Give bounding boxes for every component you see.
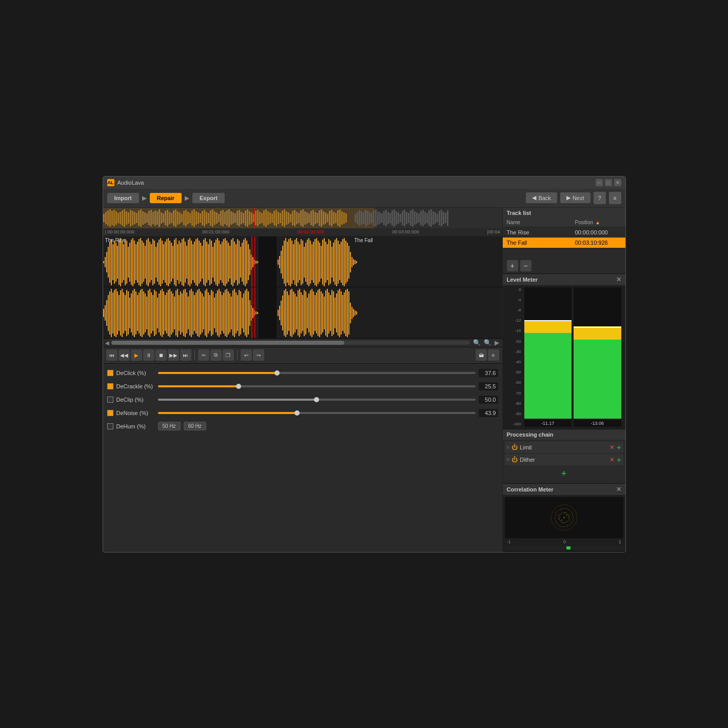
- svg-rect-375: [182, 293, 183, 332]
- declip-checkbox[interactable]: [107, 397, 113, 403]
- svg-rect-155: [422, 210, 424, 226]
- svg-rect-430: [284, 290, 285, 336]
- declip-thumb[interactable]: [314, 397, 319, 402]
- transport-skip-start[interactable]: ⏮: [106, 349, 117, 361]
- svg-rect-248: [226, 241, 227, 284]
- svg-rect-17: [134, 212, 135, 224]
- svg-rect-370: [174, 297, 175, 329]
- svg-rect-454: [321, 291, 322, 335]
- svg-rect-388: [202, 293, 203, 332]
- svg-rect-322: [356, 261, 357, 263]
- svg-rect-91: [286, 211, 287, 225]
- scrollbar-track[interactable]: [111, 341, 470, 345]
- denoise-slider[interactable]: [158, 410, 476, 416]
- svg-point-487: [558, 518, 559, 519]
- repair-tab[interactable]: Repair: [150, 193, 182, 203]
- svg-rect-449: [313, 291, 314, 335]
- chain-power-dither[interactable]: ⏻: [511, 456, 518, 463]
- decrackle-thumb[interactable]: [236, 384, 241, 389]
- svg-rect-64: [230, 211, 232, 225]
- decrackle-checkbox[interactable]: [107, 383, 113, 389]
- transport-redo[interactable]: ↪: [253, 349, 264, 361]
- transport-rewind[interactable]: ◀◀: [119, 349, 130, 361]
- minimize-button[interactable]: ─: [596, 179, 603, 186]
- svg-rect-230: [199, 241, 200, 284]
- svg-rect-362: [162, 289, 163, 337]
- transport-play[interactable]: ▶: [131, 349, 142, 361]
- denoise-thumb[interactable]: [294, 410, 300, 416]
- track-2[interactable]: [103, 287, 502, 339]
- track-list-row-fall[interactable]: The Fall 00:03:10:926: [503, 238, 625, 248]
- freq-50hz-button[interactable]: 50 Hz: [158, 422, 181, 430]
- level-yellow-l: [524, 320, 572, 333]
- level-yellow-r: [574, 326, 621, 340]
- import-tab[interactable]: Import: [107, 193, 139, 203]
- svg-rect-125: [361, 211, 362, 225]
- transport-skip-end[interactable]: ⏭: [180, 349, 191, 361]
- svg-rect-393: [209, 295, 210, 331]
- svg-rect-50: [202, 211, 203, 225]
- chain-drag-handle-dither[interactable]: ≡: [507, 457, 510, 462]
- chain-drag-handle-limit[interactable]: ≡: [507, 444, 510, 450]
- help-button[interactable]: ?: [594, 192, 606, 204]
- declip-slider[interactable]: [158, 397, 476, 403]
- svg-rect-147: [406, 212, 407, 224]
- declick-checkbox[interactable]: [107, 370, 113, 376]
- svg-rect-397: [215, 293, 217, 332]
- transport-pause[interactable]: ⏸: [143, 349, 154, 361]
- correlation-meter-close[interactable]: ✕: [616, 486, 621, 493]
- zoom-out-button[interactable]: 🔍: [483, 339, 493, 346]
- transport-view-wave[interactable]: 🏔: [476, 349, 487, 361]
- freq-60hz-button[interactable]: 60 Hz: [184, 422, 206, 430]
- back-button[interactable]: ◀ Back: [526, 192, 557, 203]
- chain-add-new-button[interactable]: +: [561, 468, 567, 479]
- svg-rect-385: [197, 290, 198, 336]
- processing-chain-body: ≡ ⏻ Limit ✕ + ≡ ⏻ Dither ✕ + +: [503, 440, 625, 483]
- track-remove-button[interactable]: −: [520, 260, 532, 271]
- decrackle-slider[interactable]: [158, 383, 476, 389]
- transport-fast-forward[interactable]: ▶▶: [168, 349, 179, 361]
- zoom-fit-button[interactable]: ▶: [494, 339, 500, 346]
- svg-rect-173: [111, 239, 112, 285]
- svg-rect-316: [347, 243, 348, 282]
- export-tab[interactable]: Export: [192, 193, 225, 203]
- dehum-checkbox[interactable]: [107, 423, 113, 429]
- transport-view-list[interactable]: ≡: [488, 349, 499, 361]
- chain-add-dither[interactable]: +: [617, 456, 621, 464]
- maximize-button[interactable]: □: [605, 179, 612, 186]
- close-button[interactable]: ✕: [614, 179, 621, 186]
- level-meter-close[interactable]: ✕: [616, 276, 621, 283]
- chain-remove-dither[interactable]: ✕: [609, 456, 615, 463]
- chain-remove-limit[interactable]: ✕: [609, 444, 615, 451]
- chain-power-limit[interactable]: ⏻: [511, 444, 518, 451]
- scrollbar-thumb[interactable]: [111, 341, 344, 345]
- scroll-left-arrow[interactable]: ◀: [105, 340, 109, 346]
- next-button[interactable]: ▶ Next: [560, 192, 591, 203]
- track-area[interactable]: The Rise The Fall: [103, 237, 502, 339]
- transport-undo[interactable]: ↩: [241, 349, 252, 361]
- zoom-in-button[interactable]: 🔍: [472, 339, 482, 346]
- svg-rect-193: [142, 241, 143, 284]
- svg-rect-453: [319, 289, 320, 337]
- track-list-row-rise[interactable]: The Rise 00:00:00:000: [503, 227, 625, 238]
- svg-rect-325: [105, 305, 106, 321]
- chain-add-limit[interactable]: +: [617, 443, 621, 451]
- transport-stop[interactable]: ⏹: [155, 349, 167, 361]
- ruler-mark-3: 00:03:00:000: [392, 229, 420, 234]
- transport-cut[interactable]: ✂: [198, 349, 209, 361]
- waveform-overview[interactable]: [103, 208, 502, 228]
- svg-rect-464: [336, 293, 337, 332]
- declick-slider[interactable]: [158, 370, 476, 376]
- track-1[interactable]: The Rise The Fall: [103, 237, 502, 288]
- track-add-button[interactable]: +: [507, 260, 518, 271]
- svg-rect-182: [125, 239, 126, 285]
- col-position: Position ▲: [575, 220, 621, 225]
- svg-rect-296: [316, 238, 317, 286]
- declick-thumb[interactable]: [274, 370, 280, 376]
- corr-scale-neg1: -1: [507, 539, 511, 544]
- transport-copy[interactable]: ⧉: [210, 349, 222, 361]
- list-button[interactable]: ≡: [609, 192, 621, 204]
- denoise-checkbox[interactable]: [107, 410, 113, 416]
- transport-paste[interactable]: ❐: [223, 349, 234, 361]
- svg-rect-60: [222, 210, 224, 226]
